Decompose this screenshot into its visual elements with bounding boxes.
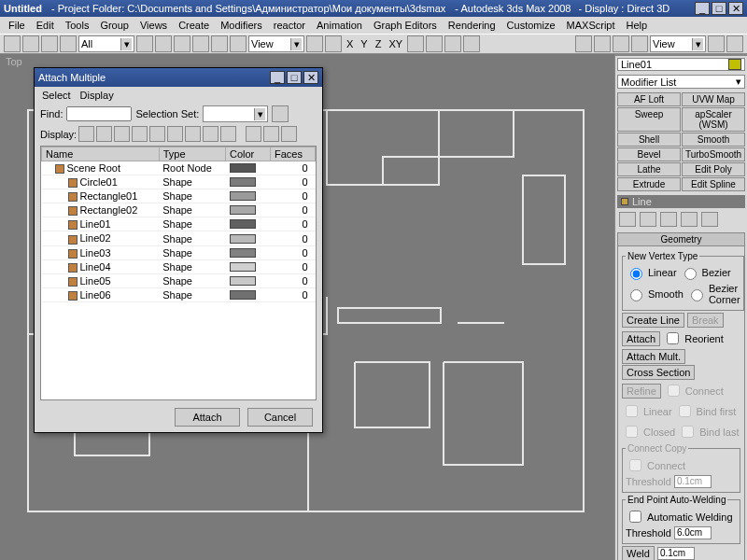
align-button[interactable] bbox=[594, 35, 611, 52]
cc-threshold-field[interactable]: 0.1cm bbox=[674, 475, 712, 488]
mirror-button[interactable] bbox=[575, 35, 592, 52]
pivot-button[interactable] bbox=[306, 35, 323, 52]
filter-spacewarps-icon[interactable] bbox=[167, 126, 183, 142]
mod-lathe[interactable]: Lathe bbox=[617, 162, 681, 176]
angle-snap[interactable] bbox=[426, 35, 443, 52]
undo-button[interactable] bbox=[4, 35, 21, 52]
menu-maxscript[interactable]: MAXScript bbox=[562, 19, 620, 32]
table-row[interactable]: Scene RootRoot Node0 bbox=[42, 161, 316, 175]
radio-bezier-corner[interactable]: Bezier Corner bbox=[686, 283, 740, 305]
axis-y[interactable]: Y bbox=[358, 38, 370, 49]
radio-smooth[interactable]: Smooth bbox=[626, 287, 684, 301]
col-name[interactable]: Name bbox=[42, 147, 160, 161]
find-input[interactable] bbox=[66, 106, 132, 121]
menu-help[interactable]: Help bbox=[622, 19, 653, 32]
selection-set-button[interactable] bbox=[272, 105, 289, 122]
dialog-cancel-button[interactable]: Cancel bbox=[247, 408, 313, 427]
axis-x[interactable]: X bbox=[344, 38, 356, 49]
col-type[interactable]: Type bbox=[159, 147, 225, 161]
move-button[interactable] bbox=[192, 35, 209, 52]
minimize-button[interactable]: _ bbox=[695, 2, 710, 15]
col-faces[interactable]: Faces bbox=[271, 147, 316, 161]
filter-bones-icon[interactable] bbox=[220, 126, 236, 142]
tab-utilities[interactable] bbox=[726, 54, 748, 56]
mod-uvw-map[interactable]: UVW Map bbox=[682, 92, 745, 106]
menu-customize[interactable]: Customize bbox=[502, 19, 560, 32]
filter-lights-icon[interactable] bbox=[114, 126, 130, 142]
create-line-button[interactable]: Create Line bbox=[622, 313, 684, 328]
filter-cameras-icon[interactable] bbox=[132, 126, 148, 142]
dialog-maximize-button[interactable]: □ bbox=[287, 71, 302, 84]
ref-coord-system[interactable]: View▾ bbox=[248, 35, 304, 52]
link-button[interactable] bbox=[41, 35, 58, 52]
dialog-menu-select[interactable]: Select bbox=[42, 90, 71, 101]
mod-sweep[interactable]: Sweep bbox=[617, 107, 681, 132]
mod-apscaler-wsm-[interactable]: apScaler (WSM) bbox=[682, 107, 745, 132]
object-list[interactable]: Name Type Color Faces Scene RootRoot Nod… bbox=[40, 146, 317, 400]
menu-file[interactable]: File bbox=[4, 19, 30, 32]
table-row[interactable]: Line04Shape0 bbox=[42, 259, 316, 273]
filter-helpers-icon[interactable] bbox=[149, 126, 165, 142]
mod-shell[interactable]: Shell bbox=[617, 133, 681, 147]
render-button[interactable] bbox=[726, 35, 743, 52]
remove-modifier-button[interactable] bbox=[681, 212, 698, 227]
close-button[interactable]: ✕ bbox=[728, 2, 743, 15]
selection-set-combo[interactable]: ▾ bbox=[203, 105, 268, 122]
select-region-button[interactable] bbox=[174, 35, 190, 52]
menu-rendering[interactable]: Rendering bbox=[444, 19, 500, 32]
select-children-icon[interactable] bbox=[281, 126, 297, 142]
named-sel-set[interactable]: View▾ bbox=[650, 35, 706, 52]
filter-shapes-icon[interactable] bbox=[96, 126, 112, 142]
mod-edit-spline[interactable]: Edit Spline bbox=[682, 177, 745, 191]
menu-create[interactable]: Create bbox=[174, 19, 214, 32]
show-end-result-button[interactable] bbox=[640, 212, 656, 227]
menu-animation[interactable]: Animation bbox=[312, 19, 367, 32]
menu-group[interactable]: Group bbox=[95, 19, 134, 32]
modifier-stack-item[interactable]: Line bbox=[617, 195, 745, 208]
filter-xrefs-icon[interactable] bbox=[203, 126, 218, 142]
object-color-swatch[interactable] bbox=[728, 59, 741, 70]
attach-mult-button[interactable]: Attach Mult. bbox=[622, 349, 685, 364]
manipulate-button[interactable] bbox=[325, 35, 342, 52]
menu-edit[interactable]: Edit bbox=[32, 19, 59, 32]
attach-button[interactable]: Attach bbox=[622, 331, 660, 346]
object-name-field[interactable]: Line01 bbox=[617, 58, 745, 71]
col-color[interactable]: Color bbox=[226, 147, 271, 161]
rollout-geometry-header[interactable]: Geometry bbox=[618, 233, 744, 246]
expand-all-icon[interactable] bbox=[246, 126, 261, 142]
layers-button[interactable] bbox=[613, 35, 629, 52]
table-row[interactable]: Rectangle01Shape0 bbox=[42, 189, 316, 203]
mod-af-loft[interactable]: AF Loft bbox=[617, 92, 681, 106]
dialog-attach-button[interactable]: Attach bbox=[175, 408, 240, 427]
percent-snap[interactable] bbox=[444, 35, 461, 52]
select-object-button[interactable] bbox=[136, 35, 153, 52]
curve-editor-button[interactable] bbox=[631, 35, 648, 52]
pin-stack-button[interactable] bbox=[619, 212, 636, 227]
dialog-titlebar[interactable]: Attach Multiple _ □ ✕ bbox=[35, 68, 322, 87]
tab-display[interactable] bbox=[703, 54, 726, 56]
table-row[interactable]: Line05Shape0 bbox=[42, 273, 316, 287]
configure-sets-button[interactable] bbox=[701, 212, 718, 227]
mod-edit-poly[interactable]: Edit Poly bbox=[682, 162, 745, 176]
scale-button[interactable] bbox=[230, 35, 247, 52]
spinner-snap[interactable] bbox=[463, 35, 480, 52]
filter-geometry-icon[interactable] bbox=[78, 126, 94, 142]
dialog-menu-display[interactable]: Display bbox=[80, 90, 114, 101]
table-row[interactable]: Line01Shape0 bbox=[42, 217, 316, 231]
mod-smooth[interactable]: Smooth bbox=[682, 133, 745, 147]
automatic-welding-checkbox[interactable]: Automatic Welding bbox=[626, 508, 737, 525]
radio-bezier[interactable]: Bezier bbox=[680, 265, 731, 280]
unlink-button[interactable] bbox=[60, 35, 77, 52]
mod-turbosmooth[interactable]: TurboSmooth bbox=[682, 147, 745, 161]
tab-modify[interactable] bbox=[638, 54, 660, 56]
redo-button[interactable] bbox=[22, 35, 39, 52]
menu-reactor[interactable]: reactor bbox=[269, 19, 310, 32]
collapse-all-icon[interactable] bbox=[263, 126, 279, 142]
table-row[interactable]: Rectangle02Shape0 bbox=[42, 203, 316, 217]
menu-tools[interactable]: Tools bbox=[61, 19, 94, 32]
table-row[interactable]: Line03Shape0 bbox=[42, 245, 316, 259]
menu-modifiers[interactable]: Modifiers bbox=[216, 19, 267, 32]
dialog-minimize-button[interactable]: _ bbox=[270, 71, 285, 84]
menu-views[interactable]: Views bbox=[135, 19, 172, 32]
mod-bevel[interactable]: Bevel bbox=[617, 147, 681, 161]
